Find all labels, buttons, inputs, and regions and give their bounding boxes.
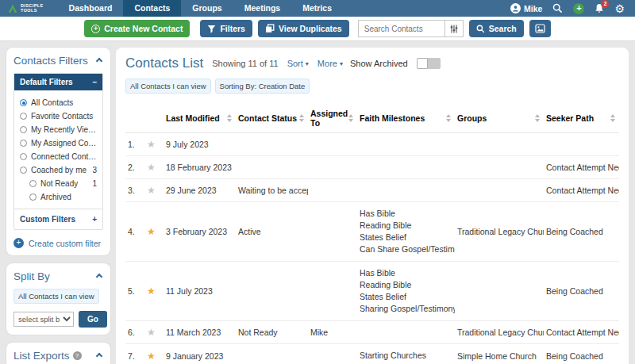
row-star-cell: ★ — [144, 179, 164, 202]
search-button[interactable]: Search — [469, 20, 524, 37]
cell-faith-milestones: Has BibleReading BibleStates BeliefCan S… — [357, 202, 455, 262]
contacts-toolbar: + Create New Contact Filters View Duplic… — [0, 17, 635, 41]
filter-option-connected-contacts[interactable]: Connected Contacts — [19, 150, 98, 163]
sliders-icon — [450, 25, 458, 33]
row-number: 1. — [125, 133, 144, 156]
create-custom-filter-link[interactable]: + Create custom filter — [13, 238, 103, 248]
table-row[interactable]: 2.★18 February 2023Contact Attempt Neede… — [125, 156, 619, 179]
sort-down-arrow — [348, 119, 353, 122]
nav-item-contacts[interactable]: Contacts — [123, 0, 181, 17]
split-by-go-button[interactable]: Go — [79, 311, 107, 328]
table-row[interactable]: 6.★11 March 2023Not ReadyMikeTraditional… — [125, 321, 619, 344]
search-icon — [552, 3, 563, 13]
settings-button[interactable]: ⚙ — [614, 3, 625, 14]
filter-option-archived[interactable]: Archived — [29, 190, 98, 204]
split-by-header[interactable]: Split By — [13, 270, 103, 282]
active-filter-pills: All Contacts I can viewSorting By: Creat… — [125, 79, 619, 94]
col-header-label: Faith Milestones — [360, 113, 425, 123]
col-header-faith-milestones[interactable]: Faith Milestones — [357, 104, 455, 133]
expand-icon: + — [92, 215, 97, 224]
table-row[interactable]: 3.★29 June 2023Waiting to be acceptedCon… — [125, 179, 619, 202]
more-dropdown[interactable]: More ▾ — [318, 59, 343, 68]
filter-option-count: 3 — [92, 166, 97, 174]
filter-option-my-recently-viewed[interactable]: My Recently Viewed — [19, 123, 98, 136]
milestone-item: Has Bible — [360, 267, 452, 279]
nav-item-meetings[interactable]: Meetings — [233, 0, 292, 17]
split-by-controls: select split b Go — [13, 311, 103, 328]
chevron-down-icon: ▾ — [340, 60, 343, 67]
search-contacts-group — [358, 20, 464, 37]
list-exports-title: List Exports — [13, 350, 70, 362]
favorite-star-icon[interactable]: ★ — [147, 185, 156, 196]
sort-up-arrow — [610, 114, 615, 117]
sort-down-arrow — [299, 119, 304, 122]
favorite-star-icon[interactable]: ★ — [147, 285, 156, 297]
cell-seeker-path: Being Coached — [544, 344, 619, 364]
split-by-select[interactable]: select split b — [13, 312, 74, 327]
default-filters-header[interactable]: Default Filters – — [14, 74, 102, 90]
disciple-tools-logo[interactable]: DISCIPLE TOOLS — [0, 3, 50, 13]
filter-option-coached-by-me[interactable]: Coached by me3 — [19, 163, 98, 177]
filter-option-label: All Contacts — [31, 98, 73, 107]
filter-option-all-contacts[interactable]: All Contacts — [19, 96, 98, 109]
cell-last-modified: 29 June 2023 — [164, 179, 236, 202]
sort-dropdown[interactable]: Sort ▾ — [287, 59, 309, 68]
navbar-right: Mike + 2 ⚙ — [510, 3, 635, 14]
default-filters-title: Default Filters — [20, 78, 73, 86]
table-row[interactable]: 1.★9 July 2023 — [125, 133, 619, 156]
contacts-filters-header[interactable]: Contacts Filters — [13, 55, 103, 67]
page-content: Contacts Filters Default Filters – All C… — [0, 41, 635, 364]
favorite-star-icon[interactable]: ★ — [147, 162, 156, 173]
favorite-star-icon[interactable]: ★ — [147, 226, 156, 237]
search-contacts-input[interactable] — [359, 25, 444, 33]
row-number: 3. — [125, 179, 144, 202]
quick-add-button[interactable]: + — [573, 3, 584, 14]
chevron-up-icon — [96, 352, 102, 358]
user-menu[interactable]: Mike — [510, 3, 542, 13]
filter-option-my-assigned-cont[interactable]: My Assigned Cont... — [19, 136, 98, 150]
milestone-item: Reading Bible — [360, 279, 452, 291]
row-number: 2. — [125, 156, 144, 179]
notifications-button[interactable]: 2 — [595, 3, 604, 13]
cell-contact-status — [236, 156, 308, 179]
table-row[interactable]: 7.★9 January 2023Starting ChurchesSimple… — [125, 344, 619, 364]
view-duplicates-button[interactable]: View Duplicates — [258, 20, 349, 37]
filter-option-not-ready[interactable]: Not Ready1 — [29, 177, 98, 190]
custom-filters-title: Custom Filters — [20, 215, 75, 224]
nav-item-metrics[interactable]: Metrics — [291, 0, 343, 17]
col-header-contact-status[interactable]: Contact Status — [236, 104, 308, 133]
contacts-list-header: Contacts List Showing 11 of 11 Sort ▾ Mo… — [125, 56, 619, 71]
plus-circle-icon: + — [91, 25, 100, 33]
list-exports-header[interactable]: List Exports ? — [13, 350, 103, 362]
filter-option-favorite-contacts[interactable]: Favorite Contacts — [19, 109, 98, 123]
radio-icon — [20, 126, 27, 133]
table-row[interactable]: 5.★11 July 2023Has BibleReading BibleSta… — [125, 262, 619, 321]
filters-button[interactable]: Filters — [200, 20, 252, 37]
nav-item-groups[interactable]: Groups — [181, 0, 233, 17]
help-icon[interactable]: ? — [73, 351, 82, 360]
create-new-contact-button[interactable]: + Create New Contact — [84, 20, 190, 37]
favorite-star-icon[interactable]: ★ — [147, 327, 156, 338]
sort-down-arrow — [610, 119, 615, 122]
table-row[interactable]: 4.★3 February 2023ActiveHas BibleReading… — [125, 202, 619, 262]
search-label: Search — [489, 24, 517, 33]
plus-circle-icon: + — [573, 3, 584, 14]
cell-assigned-to — [308, 344, 357, 364]
view-duplicates-label: View Duplicates — [279, 24, 342, 33]
favorite-star-icon[interactable]: ★ — [147, 139, 156, 150]
col-header-last-modified[interactable]: Last Modified — [164, 104, 236, 133]
cell-contact-status: Active — [236, 202, 308, 262]
show-archived-toggle[interactable] — [417, 58, 441, 69]
search-options-button[interactable] — [444, 21, 463, 36]
contacts-list-panel: Contacts List Showing 11 of 11 Sort ▾ Mo… — [116, 48, 629, 364]
col-header-assigned-to[interactable]: Assigned To — [308, 104, 357, 133]
col-header-groups[interactable]: Groups — [455, 104, 544, 133]
custom-filters-header[interactable]: Custom Filters + — [14, 209, 102, 229]
sort-up-arrow — [446, 114, 451, 117]
image-tool-button[interactable] — [529, 20, 551, 37]
global-search-button[interactable] — [552, 3, 563, 13]
col-header-seeker-path[interactable]: Seeker Path — [544, 104, 619, 133]
favorite-star-icon[interactable]: ★ — [147, 351, 156, 362]
create-custom-filter-label: Create custom filter — [29, 239, 101, 248]
nav-item-dashboard[interactable]: Dashboard — [58, 0, 124, 17]
